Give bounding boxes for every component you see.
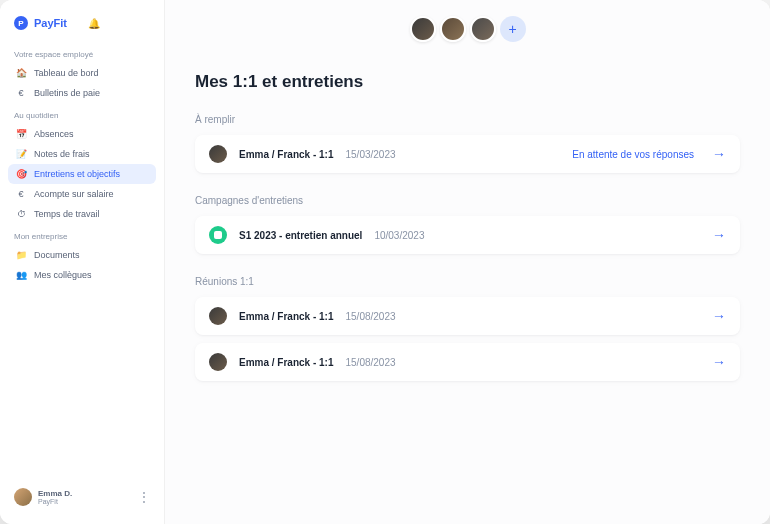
sidebar-item-label: Tableau de bord (34, 68, 99, 78)
folder-icon: 📁 (16, 250, 26, 260)
sidebar-item-label: Entretiens et objectifs (34, 169, 120, 179)
group-meetings: Réunions 1:1 Emma / Franck - 1:1 15/08/2… (195, 276, 740, 381)
group-to-fill: À remplir Emma / Franck - 1:1 15/03/2023… (195, 114, 740, 173)
page-title: Mes 1:1 et entretiens (195, 72, 740, 92)
card-date: 15/08/2023 (345, 311, 395, 322)
sidebar-item-documents[interactable]: 📁 Documents (8, 245, 156, 265)
add-button[interactable]: + (500, 16, 526, 42)
target-icon: 🎯 (16, 169, 26, 179)
campaign-card[interactable]: S1 2023 - entretien annuel 10/03/2023 → (195, 216, 740, 254)
user-sub: PayFit (38, 498, 72, 505)
group-label: Réunions 1:1 (195, 276, 740, 287)
sidebar-item-worktime[interactable]: ⏱ Temps de travail (8, 204, 156, 224)
people-icon: 👥 (16, 270, 26, 280)
interview-card[interactable]: Emma / Franck - 1:1 15/03/2023 En attent… (195, 135, 740, 173)
card-title: Emma / Franck - 1:1 (239, 149, 333, 160)
sidebar-item-dashboard[interactable]: 🏠 Tableau de bord (8, 63, 156, 83)
clock-icon: ⏱ (16, 209, 26, 219)
group-label: Campagnes d'entretiens (195, 195, 740, 206)
user-name: Emma D. (38, 489, 72, 498)
arrow-right-icon: → (712, 227, 726, 243)
card-date: 15/08/2023 (345, 357, 395, 368)
group-campaigns: Campagnes d'entretiens S1 2023 - entreti… (195, 195, 740, 254)
card-date: 15/03/2023 (345, 149, 395, 160)
sidebar-item-label: Temps de travail (34, 209, 100, 219)
arrow-right-icon: → (712, 146, 726, 162)
card-title: S1 2023 - entretien annuel (239, 230, 362, 241)
euro-icon: € (16, 189, 26, 199)
main-content: + Mes 1:1 et entretiens À remplir Emma /… (165, 0, 770, 524)
sidebar-item-payslips[interactable]: € Bulletins de paie (8, 83, 156, 103)
sidebar-item-label: Absences (34, 129, 74, 139)
calendar-icon: 📅 (16, 129, 26, 139)
arrow-right-icon: → (712, 354, 726, 370)
app-window: P PayFit 🔔 Votre espace employé 🏠 Tablea… (0, 0, 770, 524)
brand-name: PayFit (34, 17, 67, 29)
avatar (209, 145, 227, 163)
avatar[interactable] (440, 16, 466, 42)
sidebar-item-expenses[interactable]: 📝 Notes de frais (8, 144, 156, 164)
sidebar-section-label: Au quotidien (8, 103, 156, 124)
sidebar-item-label: Bulletins de paie (34, 88, 100, 98)
euro-icon: € (16, 88, 26, 98)
sidebar-item-label: Notes de frais (34, 149, 90, 159)
campaign-icon (209, 226, 227, 244)
more-icon[interactable]: ⋮ (138, 490, 150, 504)
avatar[interactable] (470, 16, 496, 42)
sidebar-item-advance[interactable]: € Acompte sur salaire (8, 184, 156, 204)
notification-icon[interactable]: 🔔 (88, 18, 100, 29)
card-title: Emma / Franck - 1:1 (239, 357, 333, 368)
arrow-right-icon: → (712, 308, 726, 324)
avatar (14, 488, 32, 506)
meeting-card[interactable]: Emma / Franck - 1:1 15/08/2023 → (195, 343, 740, 381)
sidebar-item-label: Mes collègues (34, 270, 92, 280)
sidebar-item-interviews[interactable]: 🎯 Entretiens et objectifs (8, 164, 156, 184)
sidebar-item-colleagues[interactable]: 👥 Mes collègues (8, 265, 156, 285)
brand-logo-icon: P (14, 16, 28, 30)
avatar (209, 353, 227, 371)
sidebar-item-label: Acompte sur salaire (34, 189, 114, 199)
note-icon: 📝 (16, 149, 26, 159)
group-label: À remplir (195, 114, 740, 125)
home-icon: 🏠 (16, 68, 26, 78)
card-date: 10/03/2023 (374, 230, 424, 241)
brand-row: P PayFit 🔔 (8, 12, 156, 34)
card-status: En attente de vos réponses (572, 149, 694, 160)
sidebar: P PayFit 🔔 Votre espace employé 🏠 Tablea… (0, 0, 165, 524)
card-title: Emma / Franck - 1:1 (239, 311, 333, 322)
sidebar-section-label: Mon entreprise (8, 224, 156, 245)
sidebar-item-label: Documents (34, 250, 80, 260)
sidebar-item-absences[interactable]: 📅 Absences (8, 124, 156, 144)
avatars-row: + (195, 16, 740, 42)
user-info: Emma D. PayFit (38, 489, 72, 505)
sidebar-section-label: Votre espace employé (8, 42, 156, 63)
user-footer[interactable]: Emma D. PayFit ⋮ (8, 482, 156, 512)
avatar[interactable] (410, 16, 436, 42)
meeting-card[interactable]: Emma / Franck - 1:1 15/08/2023 → (195, 297, 740, 335)
avatar (209, 307, 227, 325)
